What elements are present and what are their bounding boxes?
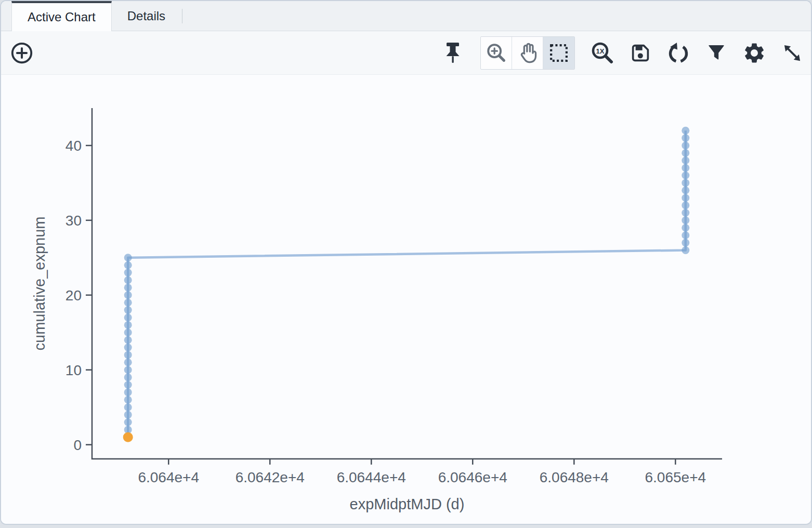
series-line [128,130,686,437]
tab-details[interactable]: Details [112,1,181,31]
x-tick-label: 6.0644e+4 [337,469,406,485]
chart-toolbar: 1X [1,31,811,75]
data-point-marker[interactable] [124,261,132,269]
tab-active-chart[interactable]: Active Chart [11,1,112,31]
data-point-marker[interactable] [124,344,132,351]
gear-icon [742,41,766,65]
pin-icon [441,41,464,65]
tab-bar: Active Chart Details [1,1,811,31]
data-point-marker[interactable] [124,411,132,419]
tab-bar-left-pad [1,1,11,31]
data-point-marker[interactable] [682,179,689,187]
data-point-marker[interactable] [682,239,689,247]
x-tick-label: 6.0642e+4 [235,469,305,485]
plus-circle-icon [10,41,34,65]
data-point-marker[interactable] [124,374,132,381]
data-point-marker[interactable] [682,134,689,142]
pin-chart-button[interactable] [440,41,465,65]
data-point-marker[interactable] [682,164,689,172]
data-point-marker[interactable] [124,388,132,396]
filter-icon [705,42,728,64]
box-select-icon [547,41,571,65]
y-tick-label: 40 [66,138,82,154]
zoom-1x-icon: 1X [590,41,615,65]
data-point-marker[interactable] [124,381,132,389]
pan-mode-button[interactable] [512,37,543,69]
data-point-marker[interactable] [124,321,132,329]
zoom-mode-button[interactable] [481,37,512,69]
axis-lines [92,108,722,459]
y-tick-label: 20 [66,287,82,303]
data-point-marker[interactable] [682,194,689,202]
data-point-marker[interactable] [682,171,689,179]
data-point-marker[interactable] [682,127,689,135]
tab-details-label: Details [127,9,165,23]
chart-plot[interactable]: 6.064e+46.0642e+46.0644e+46.0646e+46.064… [1,75,811,525]
data-point-marker[interactable] [682,224,689,232]
toolbar-right-cluster: 1X [440,36,805,70]
data-point-marker[interactable] [124,314,132,322]
select-mode-button[interactable] [543,37,574,69]
data-point-marker[interactable] [124,284,132,292]
add-chart-button[interactable] [9,41,34,65]
data-point-marker[interactable] [124,359,132,366]
data-point-marker[interactable] [682,231,689,239]
data-point-marker[interactable] [124,366,132,374]
zoom-1x-label: 1X [596,47,605,55]
y-axis-title: cumulative_expnum [31,217,48,351]
y-tick-label: 10 [66,362,82,378]
x-tick-label: 6.0646e+4 [438,469,507,485]
highlighted-point[interactable] [123,432,133,442]
data-point-marker[interactable] [124,291,132,299]
expand-chart-button[interactable] [780,41,805,65]
expand-icon [781,42,804,64]
data-point-marker[interactable] [682,142,689,150]
tab-active-chart-label: Active Chart [28,10,96,24]
data-point-marker[interactable] [124,418,132,426]
data-point-marker[interactable] [124,396,132,404]
chart-options-button[interactable] [742,41,767,65]
x-tick-label: 6.065e+4 [645,469,706,485]
data-point-marker[interactable] [124,328,132,336]
data-point-marker[interactable] [124,299,132,307]
data-point-marker[interactable] [124,336,132,344]
x-axis-title: expMidptMJD (d) [350,496,465,512]
pan-hand-icon [516,41,540,65]
restore-chart-button[interactable] [666,41,691,65]
data-point-marker[interactable] [124,254,132,261]
zoom-in-icon [484,41,508,65]
data-point-marker[interactable] [124,306,132,314]
chart-area: 6.064e+46.0642e+46.0644e+46.0646e+46.064… [1,75,811,525]
y-tick-label: 0 [73,437,82,453]
filter-button[interactable] [704,41,729,65]
chart-panel: Active Chart Details [0,0,812,525]
data-point-marker[interactable] [682,216,689,224]
data-point-marker[interactable] [124,276,132,284]
data-point-marker[interactable] [124,351,132,359]
data-point-marker[interactable] [682,246,689,254]
drag-mode-group [480,36,575,70]
restore-icon [666,41,691,65]
data-point-marker[interactable] [682,209,689,217]
x-tick-label: 6.0648e+4 [540,469,609,485]
data-point-marker[interactable] [682,156,689,164]
data-point-marker[interactable] [682,187,689,194]
data-point-marker[interactable] [124,269,132,276]
x-tick-label: 6.064e+4 [138,469,199,485]
data-point-marker[interactable] [682,149,689,157]
zoom-original-button[interactable]: 1X [590,41,615,65]
data-point-marker[interactable] [124,403,132,411]
save-chart-button[interactable] [628,41,653,65]
save-icon [628,41,652,65]
data-point-marker[interactable] [682,202,689,209]
tab-separator [182,9,182,23]
y-tick-label: 30 [66,213,82,229]
